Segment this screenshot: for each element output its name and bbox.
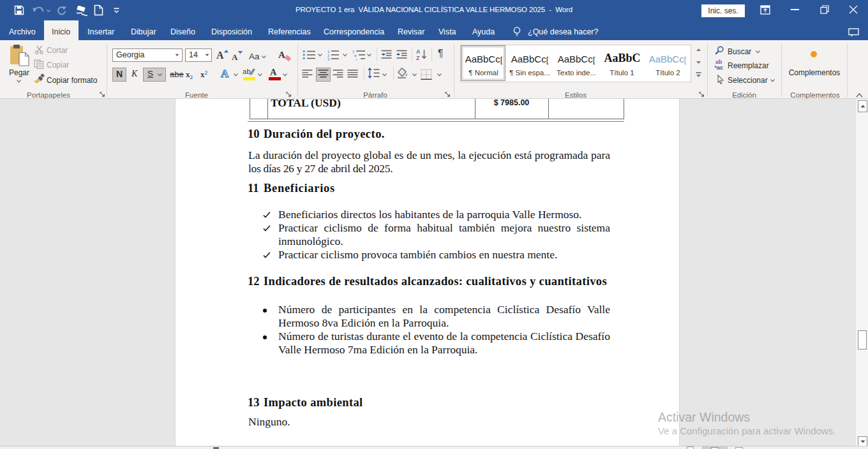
svg-text:3: 3 <box>327 57 330 61</box>
svg-text:Z: Z <box>416 55 420 61</box>
svg-text:i: i <box>356 57 357 61</box>
svg-text:A: A <box>416 48 421 55</box>
svg-text:ac: ac <box>717 64 723 70</box>
